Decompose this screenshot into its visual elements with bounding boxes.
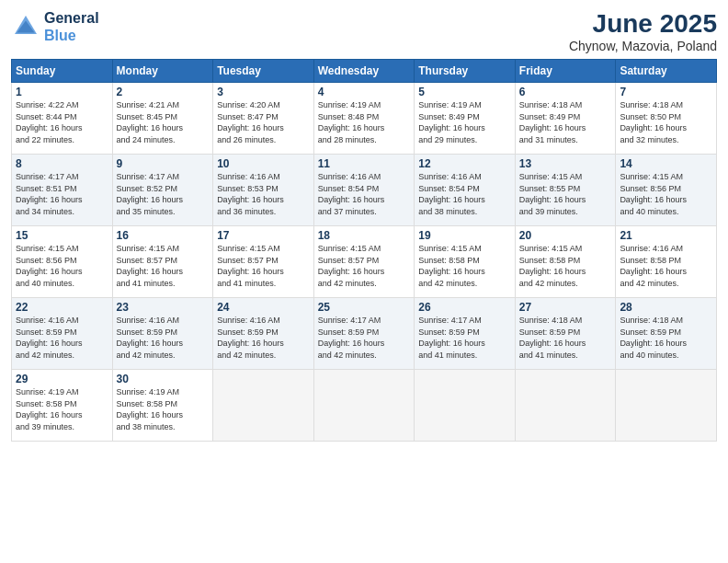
- col-saturday: Saturday: [616, 60, 717, 83]
- day-number: 25: [318, 301, 411, 314]
- cell-info: Sunrise: 4:15 AMSunset: 8:57 PMDaylight:…: [117, 243, 210, 289]
- day-number: 5: [418, 86, 511, 98]
- calendar-cell: 8Sunrise: 4:17 AMSunset: 8:51 PMDaylight…: [12, 155, 113, 226]
- cell-info: Sunrise: 4:18 AMSunset: 8:59 PMDaylight:…: [519, 315, 612, 361]
- week-row-2: 8Sunrise: 4:17 AMSunset: 8:51 PMDaylight…: [12, 155, 717, 226]
- calendar-cell: 16Sunrise: 4:15 AMSunset: 8:57 PMDayligh…: [112, 226, 213, 298]
- calendar-cell: [616, 370, 717, 442]
- calendar-cell: 3Sunrise: 4:20 AMSunset: 8:47 PMDaylight…: [213, 83, 314, 155]
- logo-icon: [11, 12, 40, 41]
- col-wednesday: Wednesday: [313, 60, 415, 83]
- day-number: 27: [519, 301, 612, 314]
- day-number: 13: [519, 157, 612, 170]
- cell-info: Sunrise: 4:19 AMSunset: 8:58 PMDaylight:…: [117, 386, 210, 432]
- calendar-cell: 18Sunrise: 4:15 AMSunset: 8:57 PMDayligh…: [313, 226, 415, 298]
- calendar-cell: 15Sunrise: 4:15 AMSunset: 8:56 PMDayligh…: [12, 226, 113, 298]
- day-number: 10: [217, 157, 310, 170]
- calendar-header-row: Sunday Monday Tuesday Wednesday Thursday…: [12, 60, 717, 83]
- day-number: 28: [620, 301, 712, 314]
- cell-info: Sunrise: 4:15 AMSunset: 8:56 PMDaylight:…: [620, 171, 712, 217]
- cell-info: Sunrise: 4:16 AMSunset: 8:59 PMDaylight:…: [117, 315, 210, 361]
- calendar-cell: 4Sunrise: 4:19 AMSunset: 8:48 PMDaylight…: [313, 83, 415, 155]
- cell-info: Sunrise: 4:17 AMSunset: 8:51 PMDaylight:…: [16, 171, 108, 217]
- cell-info: Sunrise: 4:15 AMSunset: 8:56 PMDaylight:…: [16, 243, 108, 289]
- cell-info: Sunrise: 4:16 AMSunset: 8:58 PMDaylight:…: [620, 243, 712, 289]
- calendar-cell: 6Sunrise: 4:18 AMSunset: 8:49 PMDaylight…: [515, 83, 616, 155]
- day-number: 20: [519, 229, 612, 242]
- cell-info: Sunrise: 4:16 AMSunset: 8:59 PMDaylight:…: [217, 315, 310, 361]
- cell-info: Sunrise: 4:19 AMSunset: 8:58 PMDaylight:…: [16, 386, 108, 432]
- cell-info: Sunrise: 4:16 AMSunset: 8:54 PMDaylight:…: [318, 171, 411, 217]
- day-number: 3: [217, 86, 310, 98]
- cell-info: Sunrise: 4:15 AMSunset: 8:58 PMDaylight:…: [418, 243, 511, 289]
- week-row-5: 29Sunrise: 4:19 AMSunset: 8:58 PMDayligh…: [12, 370, 717, 442]
- cell-info: Sunrise: 4:19 AMSunset: 8:49 PMDaylight:…: [418, 99, 511, 145]
- cell-info: Sunrise: 4:22 AMSunset: 8:44 PMDaylight:…: [16, 99, 108, 145]
- calendar-cell: 19Sunrise: 4:15 AMSunset: 8:58 PMDayligh…: [415, 226, 516, 298]
- day-number: 18: [318, 229, 411, 242]
- day-number: 14: [620, 157, 712, 170]
- day-number: 23: [117, 301, 210, 314]
- cell-info: Sunrise: 4:15 AMSunset: 8:57 PMDaylight:…: [318, 243, 411, 289]
- day-number: 4: [318, 86, 411, 98]
- cell-info: Sunrise: 4:17 AMSunset: 8:52 PMDaylight:…: [117, 171, 210, 217]
- day-number: 17: [217, 229, 310, 242]
- calendar-cell: [415, 370, 516, 442]
- calendar-cell: 10Sunrise: 4:16 AMSunset: 8:53 PMDayligh…: [213, 155, 314, 226]
- day-number: 21: [620, 229, 712, 242]
- day-number: 29: [16, 373, 108, 385]
- page-container: General Blue June 2025 Chynow, Mazovia, …: [0, 0, 728, 563]
- calendar-cell: 22Sunrise: 4:16 AMSunset: 8:59 PMDayligh…: [12, 298, 113, 370]
- calendar-cell: 13Sunrise: 4:15 AMSunset: 8:55 PMDayligh…: [515, 155, 616, 226]
- cell-info: Sunrise: 4:16 AMSunset: 8:53 PMDaylight:…: [217, 171, 310, 217]
- day-number: 24: [217, 301, 310, 314]
- cell-info: Sunrise: 4:19 AMSunset: 8:48 PMDaylight:…: [318, 99, 411, 145]
- week-row-1: 1Sunrise: 4:22 AMSunset: 8:44 PMDaylight…: [12, 83, 717, 155]
- cell-info: Sunrise: 4:15 AMSunset: 8:57 PMDaylight:…: [217, 243, 310, 289]
- subtitle: Chynow, Mazovia, Poland: [569, 39, 717, 53]
- calendar-cell: 5Sunrise: 4:19 AMSunset: 8:49 PMDaylight…: [415, 83, 516, 155]
- week-row-4: 22Sunrise: 4:16 AMSunset: 8:59 PMDayligh…: [12, 298, 717, 370]
- day-number: 30: [117, 373, 210, 385]
- calendar-cell: 1Sunrise: 4:22 AMSunset: 8:44 PMDaylight…: [12, 83, 113, 155]
- calendar-cell: [515, 370, 616, 442]
- logo-text: General Blue: [44, 9, 99, 44]
- calendar-cell: 2Sunrise: 4:21 AMSunset: 8:45 PMDaylight…: [112, 83, 213, 155]
- day-number: 2: [117, 86, 210, 98]
- day-number: 16: [117, 229, 210, 242]
- cell-info: Sunrise: 4:17 AMSunset: 8:59 PMDaylight:…: [418, 315, 511, 361]
- calendar-cell: 24Sunrise: 4:16 AMSunset: 8:59 PMDayligh…: [213, 298, 314, 370]
- cell-info: Sunrise: 4:18 AMSunset: 8:59 PMDaylight:…: [620, 315, 712, 361]
- logo: General Blue: [11, 9, 99, 44]
- calendar-table: Sunday Monday Tuesday Wednesday Thursday…: [11, 59, 717, 442]
- calendar-cell: 12Sunrise: 4:16 AMSunset: 8:54 PMDayligh…: [415, 155, 516, 226]
- cell-info: Sunrise: 4:16 AMSunset: 8:54 PMDaylight:…: [418, 171, 511, 217]
- col-friday: Friday: [515, 60, 616, 83]
- calendar-cell: 20Sunrise: 4:15 AMSunset: 8:58 PMDayligh…: [515, 226, 616, 298]
- week-row-3: 15Sunrise: 4:15 AMSunset: 8:56 PMDayligh…: [12, 226, 717, 298]
- header: General Blue June 2025 Chynow, Mazovia, …: [11, 9, 717, 53]
- col-thursday: Thursday: [415, 60, 516, 83]
- cell-info: Sunrise: 4:20 AMSunset: 8:47 PMDaylight:…: [217, 99, 310, 145]
- cell-info: Sunrise: 4:15 AMSunset: 8:55 PMDaylight:…: [519, 171, 612, 217]
- cell-info: Sunrise: 4:21 AMSunset: 8:45 PMDaylight:…: [117, 99, 210, 145]
- day-number: 6: [519, 86, 612, 98]
- calendar-cell: 7Sunrise: 4:18 AMSunset: 8:50 PMDaylight…: [616, 83, 717, 155]
- calendar-cell: 17Sunrise: 4:15 AMSunset: 8:57 PMDayligh…: [213, 226, 314, 298]
- calendar-cell: 27Sunrise: 4:18 AMSunset: 8:59 PMDayligh…: [515, 298, 616, 370]
- calendar-cell: 14Sunrise: 4:15 AMSunset: 8:56 PMDayligh…: [616, 155, 717, 226]
- calendar-cell: 30Sunrise: 4:19 AMSunset: 8:58 PMDayligh…: [112, 370, 213, 442]
- day-number: 11: [318, 157, 411, 170]
- day-number: 7: [620, 86, 712, 98]
- main-title: June 2025: [569, 9, 717, 39]
- calendar-cell: 29Sunrise: 4:19 AMSunset: 8:58 PMDayligh…: [12, 370, 113, 442]
- day-number: 12: [418, 157, 511, 170]
- calendar-cell: 26Sunrise: 4:17 AMSunset: 8:59 PMDayligh…: [415, 298, 516, 370]
- calendar-cell: 11Sunrise: 4:16 AMSunset: 8:54 PMDayligh…: [313, 155, 415, 226]
- day-number: 26: [418, 301, 511, 314]
- calendar-cell: 28Sunrise: 4:18 AMSunset: 8:59 PMDayligh…: [616, 298, 717, 370]
- cell-info: Sunrise: 4:18 AMSunset: 8:50 PMDaylight:…: [620, 99, 712, 145]
- col-sunday: Sunday: [12, 60, 113, 83]
- col-tuesday: Tuesday: [213, 60, 314, 83]
- calendar-cell: [213, 370, 314, 442]
